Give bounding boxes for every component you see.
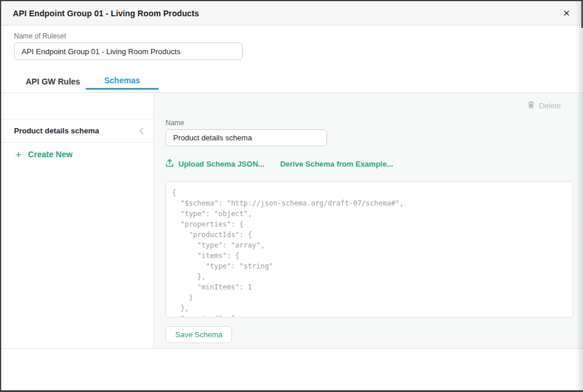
create-new-label: Create New [28,150,72,159]
delete-label: Delete [539,101,561,110]
tab-api-gw-rules[interactable]: API GW Rules [26,77,80,86]
upload-link-label: Upload Schema JSON... [178,160,264,168]
code-line: }, [172,303,573,313]
code-line: "productIds": { [172,229,573,240]
schema-name-input[interactable] [166,129,327,146]
modal-window: API Endpoint Group 01 - Living Room Prod… [0,0,583,392]
modal-title: API Endpoint Group 01 - Living Room Prod… [13,9,199,18]
schema-list-empty-row [1,93,153,119]
close-icon: ✕ [563,8,570,18]
schema-actions-row: Upload Schema JSON... Derive Schema from… [166,158,393,169]
ruleset-name-input[interactable] [14,43,243,60]
derive-link-label: Derive Schema from Example... [280,160,393,168]
code-line: } [172,292,573,303]
schema-editor-panel: Delete Name Upload Schema JSON... Derive… [154,93,583,348]
code-line: "type": "object", [172,209,573,219]
close-button[interactable]: ✕ [561,6,571,20]
schema-name-label: Name [166,119,184,127]
code-line: "type": "string" [172,261,573,271]
schema-item-label: Product details schema [14,126,139,135]
code-line: }, [172,271,573,282]
code-line: { [172,188,573,198]
plus-icon: + [15,149,22,160]
content-area: Product details schema + Create New Dele… [1,93,583,349]
save-schema-button[interactable]: Save Schema [166,326,232,343]
create-new-schema-button[interactable]: + Create New [1,143,72,166]
code-line: "required": [ [172,313,573,317]
schema-code-editor[interactable]: { "$schema": "http://json-schema.org/dra… [166,181,573,317]
code-line: "items": { [172,250,573,261]
code-line: "properties": { [172,219,573,229]
code-line: "minItems": 1 [172,282,573,292]
derive-schema-link[interactable]: Derive Schema from Example... [280,160,393,168]
upload-icon [166,158,174,169]
upload-schema-json-link[interactable]: Upload Schema JSON... [166,158,264,169]
modal-header: API Endpoint Group 01 - Living Room Prod… [1,1,583,26]
chevron-left-icon [139,127,144,135]
ruleset-name-label: Name of Ruleset [14,32,66,40]
delete-schema-button[interactable]: Delete [528,101,561,111]
schema-list-sidebar: Product details schema + Create New [1,93,154,348]
tab-schemas[interactable]: Schemas [86,72,159,90]
schema-list-item[interactable]: Product details schema [1,119,153,143]
code-line: "type": "array", [172,240,573,250]
trash-icon [528,101,535,111]
code-line: "$schema": "http://json-schema.org/draft… [172,198,573,209]
